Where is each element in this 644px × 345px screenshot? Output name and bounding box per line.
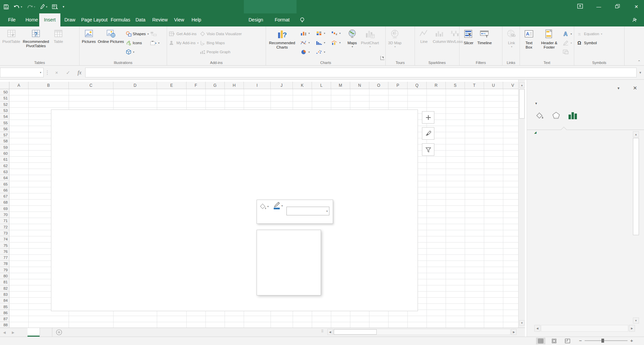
- column-header-B[interactable]: B: [29, 82, 69, 89]
- hscroll-thumb[interactable]: [334, 329, 377, 335]
- undo-icon[interactable]: ▾: [14, 4, 22, 9]
- screenshot-button[interactable]: ▾: [150, 39, 160, 47]
- row-header-78[interactable]: 78: [0, 261, 9, 267]
- hscroll-right-icon[interactable]: ▶: [511, 329, 517, 335]
- text-box-button[interactable]: AText Box: [521, 28, 537, 59]
- timeline-button[interactable]: Timeline: [476, 28, 493, 59]
- row-header-84[interactable]: 84: [0, 297, 9, 303]
- column-header-R[interactable]: R: [427, 82, 446, 89]
- zoom-slider-thumb[interactable]: [601, 339, 604, 343]
- row-header-62[interactable]: 62: [0, 163, 9, 169]
- pane-subtitle[interactable]: ▼: [534, 100, 538, 106]
- get-add-ins-button[interactable]: Get Add-ins: [169, 30, 199, 38]
- visio-data-visualizer-button[interactable]: Visio Data Visualizer: [200, 30, 242, 38]
- column-header-E[interactable]: E: [157, 82, 186, 89]
- slicer-button[interactable]: Slicer: [461, 28, 476, 59]
- insert-combo-chart-button[interactable]: ▾: [328, 39, 344, 47]
- tab-view[interactable]: View: [169, 13, 189, 26]
- tab-data[interactable]: Data: [131, 13, 150, 26]
- insert-stacked-chart-button[interactable]: ▾: [313, 29, 328, 37]
- sheet-tab-sheet1[interactable]: [28, 328, 40, 337]
- column-header-M[interactable]: M: [331, 82, 350, 89]
- chart-element-dropdown[interactable]: ▾: [286, 207, 329, 215]
- insert-function-icon[interactable]: fx: [74, 66, 85, 79]
- chart-filters-button[interactable]: [422, 143, 434, 156]
- scroll-up-icon[interactable]: ▲: [519, 82, 525, 88]
- table-button[interactable]: Table: [51, 28, 66, 59]
- row-header-72[interactable]: 72: [0, 224, 9, 230]
- tell-me-box[interactable]: [300, 13, 308, 26]
- tab-file[interactable]: File: [3, 13, 20, 26]
- row-header-86[interactable]: 86: [0, 310, 9, 316]
- page-break-view-icon[interactable]: [563, 338, 572, 344]
- page-layout-view-icon[interactable]: [549, 338, 559, 344]
- ribbon-display-options-icon[interactable]: [575, 4, 585, 10]
- trendline-options-tab-icon[interactable]: [568, 111, 578, 121]
- row-header-87[interactable]: 87: [0, 316, 9, 322]
- column-header-K[interactable]: K: [293, 82, 312, 89]
- my-add-ins-button[interactable]: My Add-ins▾: [169, 39, 199, 47]
- column-header-H[interactable]: H: [225, 82, 244, 89]
- insert-line-chart-button[interactable]: ▾: [298, 39, 313, 47]
- icons-button[interactable]: Icons: [126, 39, 149, 47]
- sheet-tab-sheet2[interactable]: [40, 328, 52, 337]
- pane-close-icon[interactable]: ✕: [633, 85, 637, 91]
- wordart-button[interactable]: A▾: [562, 30, 572, 38]
- row-header-66[interactable]: 66: [0, 187, 9, 193]
- quick-table-icon[interactable]: [52, 4, 58, 9]
- row-header-75[interactable]: 75: [0, 243, 9, 249]
- symbol-button[interactable]: ΩSymbol: [576, 39, 602, 47]
- insert-pie-chart-button[interactable]: ▾: [298, 48, 313, 56]
- equation-button[interactable]: πEquation▾: [576, 30, 602, 38]
- row-header-85[interactable]: 85: [0, 304, 9, 310]
- minimize-button[interactable]: —: [594, 4, 604, 9]
- row-header-69[interactable]: 69: [0, 206, 9, 212]
- touch-mouse-mode-icon[interactable]: ▾: [40, 4, 47, 9]
- row-header-59[interactable]: 59: [0, 144, 9, 150]
- chart-styles-button[interactable]: [422, 127, 434, 140]
- column-header-F[interactable]: F: [186, 82, 206, 89]
- pivotchart-button[interactable]: PivotChart▾: [360, 28, 380, 59]
- hscroll-left-icon[interactable]: ◀: [327, 329, 333, 335]
- cancel-icon[interactable]: ×: [51, 66, 62, 79]
- row-header-65[interactable]: 65: [0, 181, 9, 187]
- pane-scroll-left-icon[interactable]: ◀: [534, 325, 540, 332]
- link-button[interactable]: Link▾: [504, 28, 519, 59]
- row-header-51[interactable]: 51: [0, 95, 9, 101]
- column-header-C[interactable]: C: [69, 82, 113, 89]
- row-header-61[interactable]: 61: [0, 156, 9, 162]
- row-header-54[interactable]: 54: [0, 114, 9, 120]
- chart-object[interactable]: [51, 110, 418, 311]
- row-header-67[interactable]: 67: [0, 193, 9, 199]
- grid-vertical-scrollbar[interactable]: ▲ ▼: [518, 80, 525, 328]
- tab-scroll-splitter[interactable]: ⁞⁞: [321, 329, 323, 333]
- tab-review[interactable]: Review: [148, 13, 172, 26]
- object-button[interactable]: [562, 48, 572, 56]
- outline-color-button[interactable]: ▾: [272, 201, 283, 210]
- namebox-splitter[interactable]: ⋮: [44, 66, 51, 79]
- signature-line-button[interactable]: ▾: [562, 39, 572, 47]
- column-header-U[interactable]: U: [484, 82, 503, 89]
- column-header-I[interactable]: I: [244, 82, 271, 89]
- hscroll-track[interactable]: [333, 329, 511, 335]
- insert-histogram-chart-button[interactable]: ▾: [313, 39, 328, 47]
- maps-button[interactable]: Maps▾: [344, 28, 360, 59]
- fill-line-tab-icon[interactable]: [536, 111, 544, 121]
- row-header-71[interactable]: 71: [0, 218, 9, 224]
- pane-scroll-up-icon[interactable]: ▲: [633, 131, 639, 137]
- row-header-57[interactable]: 57: [0, 132, 9, 138]
- column-header-T[interactable]: T: [465, 82, 484, 89]
- sheet-nav-right-icon[interactable]: ▶: [9, 328, 17, 337]
- row-header-81[interactable]: 81: [0, 279, 9, 285]
- pictures-button[interactable]: Pictures: [81, 28, 97, 59]
- row-header-56[interactable]: 56: [0, 126, 9, 132]
- insert-waterfall-chart-button[interactable]: ▾: [328, 29, 344, 37]
- redo-icon[interactable]: ▾: [27, 4, 35, 9]
- column-header-P[interactable]: P: [388, 82, 408, 89]
- column-header-G[interactable]: G: [206, 82, 225, 89]
- row-header-53[interactable]: 53: [0, 108, 9, 114]
- zoom-slider[interactable]: [585, 340, 628, 341]
- column-header-D[interactable]: D: [113, 82, 157, 89]
- save-icon[interactable]: [3, 4, 9, 10]
- row-header-74[interactable]: 74: [0, 236, 9, 242]
